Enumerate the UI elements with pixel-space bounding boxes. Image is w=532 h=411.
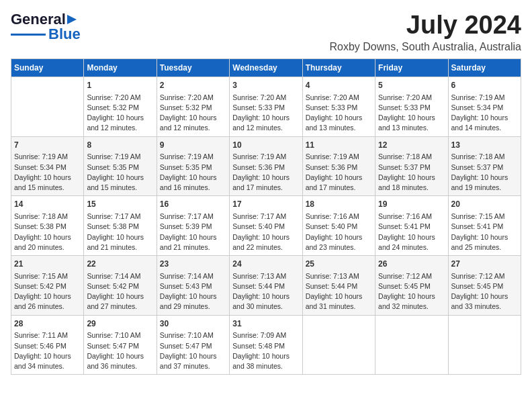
cell-content: Sunrise: 7:20 AM Sunset: 5:32 PM Dayligh… — [160, 93, 226, 134]
calendar-cell — [302, 315, 375, 375]
calendar-cell: 7Sunrise: 7:19 AM Sunset: 5:34 PM Daylig… — [11, 136, 84, 196]
cell-content: Sunrise: 7:19 AM Sunset: 5:35 PM Dayligh… — [87, 152, 153, 193]
day-number: 19 — [378, 199, 445, 210]
calendar-cell — [11, 77, 84, 137]
calendar-cell: 29Sunrise: 7:10 AM Sunset: 5:47 PM Dayli… — [84, 315, 157, 375]
cell-content: Sunrise: 7:19 AM Sunset: 5:34 PM Dayligh… — [14, 152, 81, 193]
day-number: 13 — [451, 140, 518, 151]
cell-content: Sunrise: 7:18 AM Sunset: 5:38 PM Dayligh… — [14, 212, 81, 253]
calendar-cell: 14Sunrise: 7:18 AM Sunset: 5:38 PM Dayli… — [11, 196, 84, 256]
day-number: 1 — [87, 80, 153, 91]
calendar-cell: 2Sunrise: 7:20 AM Sunset: 5:32 PM Daylig… — [157, 77, 229, 137]
logo-arrow-icon — [67, 13, 82, 26]
day-header-monday: Monday — [84, 59, 157, 77]
day-number: 18 — [306, 199, 372, 210]
calendar-cell: 18Sunrise: 7:16 AM Sunset: 5:40 PM Dayli… — [302, 196, 375, 256]
day-header-saturday: Saturday — [448, 59, 521, 77]
cell-content: Sunrise: 7:12 AM Sunset: 5:45 PM Dayligh… — [451, 271, 518, 312]
calendar-cell: 13Sunrise: 7:18 AM Sunset: 5:37 PM Dayli… — [448, 136, 521, 196]
calendar-header-row: SundayMondayTuesdayWednesdayThursdayFrid… — [11, 59, 521, 77]
day-number: 2 — [160, 80, 226, 91]
cell-content: Sunrise: 7:17 AM Sunset: 5:40 PM Dayligh… — [232, 212, 299, 253]
day-number: 5 — [378, 80, 445, 91]
day-number: 25 — [306, 259, 372, 270]
cell-content: Sunrise: 7:19 AM Sunset: 5:35 PM Dayligh… — [160, 152, 226, 193]
cell-content: Sunrise: 7:17 AM Sunset: 5:38 PM Dayligh… — [87, 212, 153, 253]
calendar-cell: 22Sunrise: 7:14 AM Sunset: 5:42 PM Dayli… — [84, 256, 157, 316]
calendar-cell: 11Sunrise: 7:19 AM Sunset: 5:36 PM Dayli… — [302, 136, 375, 196]
day-header-wednesday: Wednesday — [230, 59, 302, 77]
calendar-cell: 9Sunrise: 7:19 AM Sunset: 5:35 PM Daylig… — [157, 136, 229, 196]
day-header-tuesday: Tuesday — [157, 59, 229, 77]
calendar-cell: 31Sunrise: 7:09 AM Sunset: 5:48 PM Dayli… — [230, 315, 302, 375]
logo: General Blue — [11, 11, 82, 43]
title-section: July 2024 Roxby Downs, South Australia, … — [330, 11, 521, 53]
calendar-cell: 16Sunrise: 7:17 AM Sunset: 5:39 PM Dayli… — [157, 196, 229, 256]
calendar-cell: 1Sunrise: 7:20 AM Sunset: 5:32 PM Daylig… — [84, 77, 157, 137]
cell-content: Sunrise: 7:13 AM Sunset: 5:44 PM Dayligh… — [232, 271, 299, 312]
calendar-cell: 28Sunrise: 7:11 AM Sunset: 5:46 PM Dayli… — [11, 315, 84, 375]
calendar-cell: 24Sunrise: 7:13 AM Sunset: 5:44 PM Dayli… — [230, 256, 302, 316]
cell-content: Sunrise: 7:20 AM Sunset: 5:32 PM Dayligh… — [87, 93, 153, 134]
day-number: 26 — [378, 259, 445, 270]
day-number: 15 — [87, 199, 153, 210]
day-number: 10 — [232, 140, 299, 151]
week-row-2: 7Sunrise: 7:19 AM Sunset: 5:34 PM Daylig… — [11, 136, 521, 196]
calendar-cell: 10Sunrise: 7:19 AM Sunset: 5:36 PM Dayli… — [230, 136, 302, 196]
calendar-cell: 3Sunrise: 7:20 AM Sunset: 5:33 PM Daylig… — [230, 77, 302, 137]
cell-content: Sunrise: 7:11 AM Sunset: 5:46 PM Dayligh… — [14, 330, 81, 371]
day-number: 28 — [14, 318, 81, 330]
day-number: 20 — [451, 199, 518, 210]
calendar-cell: 4Sunrise: 7:20 AM Sunset: 5:33 PM Daylig… — [302, 77, 375, 137]
logo-underline — [11, 34, 46, 36]
week-row-3: 14Sunrise: 7:18 AM Sunset: 5:38 PM Dayli… — [11, 196, 521, 256]
calendar-cell: 20Sunrise: 7:15 AM Sunset: 5:41 PM Dayli… — [448, 196, 521, 256]
day-number: 3 — [232, 80, 299, 91]
week-row-1: 1Sunrise: 7:20 AM Sunset: 5:32 PM Daylig… — [11, 77, 521, 137]
day-number: 8 — [87, 140, 153, 151]
day-number: 6 — [451, 80, 518, 91]
cell-content: Sunrise: 7:09 AM Sunset: 5:48 PM Dayligh… — [232, 330, 299, 371]
cell-content: Sunrise: 7:13 AM Sunset: 5:44 PM Dayligh… — [306, 271, 372, 312]
calendar-cell: 30Sunrise: 7:10 AM Sunset: 5:47 PM Dayli… — [157, 315, 229, 375]
cell-content: Sunrise: 7:14 AM Sunset: 5:43 PM Dayligh… — [160, 271, 226, 312]
cell-content: Sunrise: 7:19 AM Sunset: 5:36 PM Dayligh… — [232, 152, 299, 193]
cell-content: Sunrise: 7:10 AM Sunset: 5:47 PM Dayligh… — [87, 330, 153, 371]
day-number: 22 — [87, 259, 153, 270]
cell-content: Sunrise: 7:15 AM Sunset: 5:41 PM Dayligh… — [451, 212, 518, 253]
cell-content: Sunrise: 7:19 AM Sunset: 5:34 PM Dayligh… — [451, 93, 518, 134]
day-number: 21 — [14, 259, 81, 270]
calendar-body: 1Sunrise: 7:20 AM Sunset: 5:32 PM Daylig… — [11, 77, 521, 375]
day-number: 7 — [14, 140, 81, 151]
day-number: 16 — [160, 199, 226, 210]
day-number: 17 — [232, 199, 299, 210]
month-title: July 2024 — [330, 11, 521, 40]
day-number: 29 — [87, 318, 153, 330]
cell-content: Sunrise: 7:20 AM Sunset: 5:33 PM Dayligh… — [306, 93, 372, 134]
day-number: 27 — [451, 259, 518, 270]
cell-content: Sunrise: 7:20 AM Sunset: 5:33 PM Dayligh… — [232, 93, 299, 134]
calendar-cell: 17Sunrise: 7:17 AM Sunset: 5:40 PM Dayli… — [230, 196, 302, 256]
day-number: 23 — [160, 259, 226, 270]
cell-content: Sunrise: 7:12 AM Sunset: 5:45 PM Dayligh… — [378, 271, 445, 312]
day-header-friday: Friday — [375, 59, 448, 77]
calendar-cell: 27Sunrise: 7:12 AM Sunset: 5:45 PM Dayli… — [448, 256, 521, 316]
calendar-cell: 5Sunrise: 7:20 AM Sunset: 5:33 PM Daylig… — [375, 77, 448, 137]
week-row-4: 21Sunrise: 7:15 AM Sunset: 5:42 PM Dayli… — [11, 256, 521, 316]
calendar-cell: 19Sunrise: 7:16 AM Sunset: 5:41 PM Dayli… — [375, 196, 448, 256]
cell-content: Sunrise: 7:20 AM Sunset: 5:33 PM Dayligh… — [378, 93, 445, 134]
cell-content: Sunrise: 7:16 AM Sunset: 5:41 PM Dayligh… — [378, 212, 445, 253]
day-number: 31 — [232, 318, 299, 330]
calendar-cell: 8Sunrise: 7:19 AM Sunset: 5:35 PM Daylig… — [84, 136, 157, 196]
page-header: General Blue July 2024 Roxby Downs, Sout… — [11, 11, 521, 53]
cell-content: Sunrise: 7:16 AM Sunset: 5:40 PM Dayligh… — [306, 212, 372, 253]
location-title: Roxby Downs, South Australia, Australia — [330, 41, 521, 53]
calendar-cell: 23Sunrise: 7:14 AM Sunset: 5:43 PM Dayli… — [157, 256, 229, 316]
calendar-cell: 26Sunrise: 7:12 AM Sunset: 5:45 PM Dayli… — [375, 256, 448, 316]
day-number: 12 — [378, 140, 445, 151]
calendar-cell — [448, 315, 521, 375]
day-header-thursday: Thursday — [302, 59, 375, 77]
cell-content: Sunrise: 7:15 AM Sunset: 5:42 PM Dayligh… — [14, 271, 81, 312]
day-number: 4 — [306, 80, 372, 91]
cell-content: Sunrise: 7:19 AM Sunset: 5:36 PM Dayligh… — [306, 152, 372, 193]
